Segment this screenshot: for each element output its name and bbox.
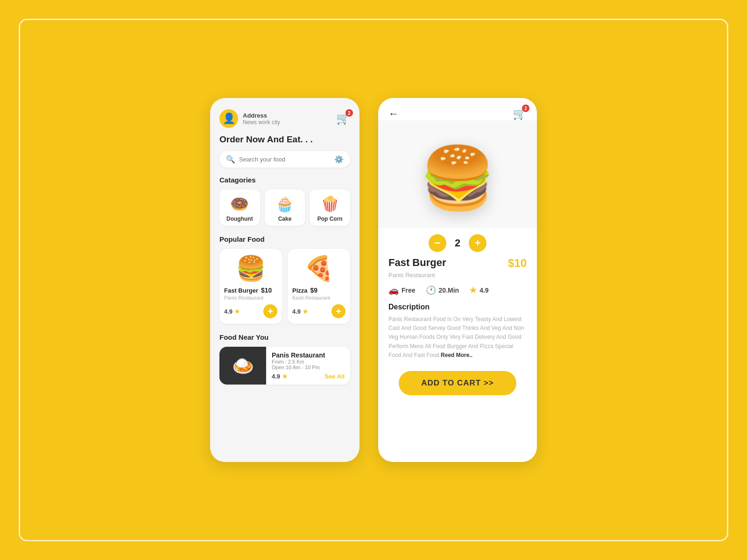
detail-top: Fast Burger $10 [388,257,527,270]
increase-button[interactable]: + [469,234,486,252]
filter-icon[interactable]: ⚙️ [334,155,344,164]
pizza-name-price: Pizza $9 [292,287,345,294]
burger-rating: 4.9 ★ [224,308,240,315]
food-detail-name: Fast Burger [388,257,446,269]
pizza-rating: 4.9 ★ [292,308,308,315]
food-near-section: Food Near You 🍛 Panis Restaurant From : … [219,333,350,385]
pizza-food-icon: 🍕 [292,254,345,283]
screens-container: 👤 Address News work city 🛒 2 Order Now A… [210,98,537,462]
search-icon: 🔍 [226,155,235,164]
burger-image: 🍔 [420,143,495,214]
decrease-button[interactable]: − [429,234,446,252]
cart-badge: 2 [345,109,353,117]
food-card-pizza[interactable]: 🍕 Pizza $9 Kasti Restaurant 4.9 ★ + [288,249,350,324]
burger-food-icon: 🍔 [224,254,277,283]
burger-name: Fast Burger [224,287,258,294]
description-title: Description [388,303,527,311]
description-text: Panis Restaurant Food Is On Very Teasty … [388,315,527,360]
food-detail-price: $10 [508,257,527,270]
cake-icon: 🧁 [275,195,294,213]
right-cart-badge: 2 [522,105,529,112]
user-info: 👤 Address News work city [219,109,280,128]
burger-restaurant: Panis Restaurant [224,295,277,301]
category-popcorn[interactable]: 🍿 Pop Corn [310,189,350,226]
see-all-button[interactable]: See All [324,373,345,380]
right-cart-wrapper[interactable]: 🛒 2 [513,107,527,120]
near-info: Panis Restaurant From : 2.5 Km Open 10 A… [266,347,350,385]
search-input[interactable] [239,156,331,163]
near-title: Food Near You [219,333,350,341]
near-open: Open 10 Am - 10 Pm [272,364,345,370]
delivery-meta: 🚗 Free [388,285,416,295]
near-card[interactable]: 🍛 Panis Restaurant From : 2.5 Km Open 10… [219,347,350,385]
time-meta: 🕐 20.Min [426,285,459,295]
delivery-icon: 🚗 [388,285,399,295]
outer-border: 👤 Address News work city 🛒 2 Order Now A… [19,19,728,541]
pizza-name: Pizza [292,287,308,294]
pizza-rating-row: 4.9 ★ + [292,304,345,318]
category-cake[interactable]: 🧁 Cake [265,189,305,226]
doughnut-icon: 🍩 [230,195,249,213]
read-more-link[interactable]: Reed More.. [441,352,472,358]
time-icon: 🕐 [426,285,436,295]
pizza-price: $9 [310,287,318,294]
food-card-burger[interactable]: 🍔 Fast Burger $10 Panis Restaurant 4.9 ★… [219,249,282,324]
near-rating: 4.9 ★ [272,373,288,380]
star-icon: ★ [469,285,477,295]
address-label: Address [243,112,280,119]
near-restaurant-name: Panis Restaurant [272,351,345,359]
avatar: 👤 [219,109,238,128]
rating-meta: ★ 4.9 [469,285,488,295]
quantity-display: 2 [455,237,460,249]
pizza-add-button[interactable]: + [331,304,345,318]
burger-image-area: 🍔 [378,120,537,228]
categories-title: Catagories [219,176,350,184]
pizza-restaurant: Kasti Restaurant [292,295,345,301]
popcorn-icon: 🍿 [321,195,339,213]
burger-price: $10 [261,287,272,294]
popular-food-row: 🍔 Fast Burger $10 Panis Restaurant 4.9 ★… [219,249,350,324]
cart-wrapper[interactable]: 🛒 2 [336,112,350,125]
near-from: From : 2.5 Km [272,359,345,364]
popular-food-title: Popular Food [219,235,350,243]
add-to-cart-button[interactable]: ADD TO CART >> [399,371,516,395]
detail-section: Fast Burger $10 Panis Restaurant 🚗 Free … [378,257,537,395]
left-screen: 👤 Address News work city 🛒 2 Order Now A… [210,98,359,462]
quantity-row: − 2 + [378,234,537,252]
burger-add-button[interactable]: + [263,304,277,318]
cake-label: Cake [278,216,292,222]
detail-meta: 🚗 Free 🕐 20.Min ★ 4.9 [388,285,527,295]
right-screen: ← 🛒 2 🍔 − 2 + Fast Burger $10 [378,98,537,462]
address-block: Address News work city [243,112,280,126]
popcorn-label: Pop Corn [317,216,343,222]
near-restaurant-image: 🍛 [219,347,266,385]
order-title: Order Now And Eat. . . [219,134,350,145]
right-header: ← 🛒 2 [378,98,537,120]
food-detail-restaurant: Panis Restaurant [388,272,527,279]
delivery-label: Free [402,287,416,294]
categories-row: 🍩 Doughunt 🧁 Cake 🍿 Pop Corn [219,189,350,226]
address-city: News work city [243,119,280,126]
time-label: 20.Min [439,287,459,294]
rating-label: 4.9 [479,287,488,294]
category-doughnut[interactable]: 🍩 Doughunt [219,189,260,226]
header-row: 👤 Address News work city 🛒 2 [219,109,350,128]
search-bar[interactable]: 🔍 ⚙️ [219,151,350,168]
burger-rating-row: 4.9 ★ + [224,304,277,318]
doughnut-label: Doughunt [226,216,253,222]
burger-name-price: Fast Burger $10 [224,287,277,294]
near-bottom: 4.9 ★ See All [272,373,345,380]
back-button[interactable]: ← [388,108,399,120]
